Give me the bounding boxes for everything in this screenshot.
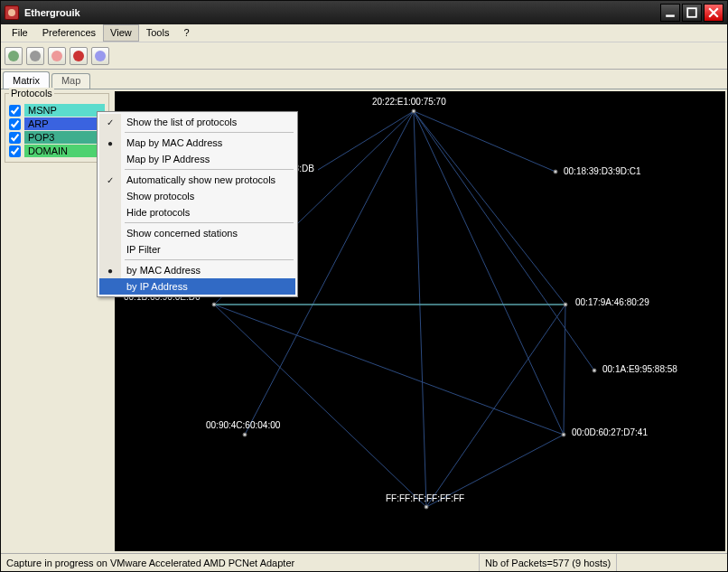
node-dot[interactable] (564, 303, 568, 307)
protocol-swatch-msnp[interactable]: MSNP (24, 104, 105, 117)
edge (564, 305, 565, 435)
menu-item-show-the-list-of-protocols[interactable]: ✓Show the list of protocols (99, 114, 295, 130)
menu-item-map-by-mac-address[interactable]: ●Map by MAC Address (99, 135, 295, 151)
menu-q[interactable]: ? (176, 24, 196, 42)
menubar: FilePreferencesViewTools? (1, 24, 727, 42)
edge (318, 111, 414, 170)
radio-icon: ● (105, 266, 116, 276)
menu-item-label: Show concerned stations (126, 228, 238, 239)
status-left: Capture in progress on VMware Accelerate… (1, 554, 480, 571)
menu-item-by-mac-address[interactable]: ●by MAC Address (99, 262, 295, 278)
node-dot[interactable] (554, 170, 558, 174)
protocol-checkbox-msnp[interactable] (9, 105, 21, 117)
toolbar-button-1[interactable] (5, 47, 23, 65)
menu-item-show-protocols[interactable]: Show protocols (99, 188, 295, 204)
node-dot[interactable] (243, 433, 247, 437)
content-area: MatrixMap Protocols MSNPARPPOP3DOMAIN 20… (1, 70, 727, 553)
view-menu-dropdown: ✓Show the list of protocols●Map by MAC A… (97, 111, 298, 297)
maximize-button[interactable] (682, 4, 702, 22)
menu-separator (125, 132, 294, 133)
minimize-button[interactable] (660, 4, 680, 22)
menu-separator (125, 169, 294, 170)
protocols-group: Protocols MSNPARPPOP3DOMAIN (5, 93, 109, 163)
protocol-row-arp: ARP (9, 117, 105, 130)
node-label: FF:FF:FF:FF:FF:FF (386, 493, 464, 503)
node-label: 00:0D:60:27:D7:41 (572, 427, 648, 437)
menu-item-by-ip-address[interactable]: by IP Address (99, 278, 295, 295)
menu-item-label: by MAC Address (126, 265, 201, 276)
node-dot[interactable] (593, 369, 597, 373)
protocol-checkbox-arp[interactable] (9, 118, 21, 130)
menu-item-hide-protocols[interactable]: Hide protocols (99, 204, 295, 220)
node-label: 00:18:39:D3:9D:C1 (564, 166, 641, 176)
menu-item-map-by-ip-address[interactable]: Map by IP Address (99, 151, 295, 167)
menu-item-label: Show protocols (126, 191, 194, 202)
protocols-label: Protocols (9, 88, 54, 98)
node-dot[interactable] (562, 433, 566, 437)
toolbar (1, 42, 727, 70)
menu-item-label: IP Filter (126, 244, 161, 255)
window-title: Ethergrouik (24, 7, 80, 18)
menu-item-ip-filter[interactable]: IP Filter (99, 241, 295, 258)
svg-rect-0 (666, 14, 675, 16)
node-dot[interactable] (212, 303, 217, 307)
menu-item-label: Map by MAC Address (126, 137, 222, 148)
close-button[interactable] (704, 4, 723, 22)
status-right: Nb of Packets=577 (9 hosts) (480, 554, 617, 571)
protocol-swatch-arp[interactable]: ARP (24, 117, 105, 130)
protocol-checkbox-domain[interactable] (9, 145, 21, 157)
node-dot[interactable] (412, 109, 416, 114)
titlebar: Ethergrouik (1, 1, 727, 24)
tabs: MatrixMap (1, 70, 727, 89)
menu-file[interactable]: File (5, 24, 35, 42)
node-label: 20:22:E1:00:75:70 (372, 97, 446, 107)
protocol-checkbox-pop3[interactable] (9, 132, 21, 144)
protocol-row-domain: DOMAIN (9, 145, 105, 157)
edge (214, 305, 564, 435)
app-window: Ethergrouik FilePreferencesViewTools? Ma… (0, 0, 728, 572)
menu-item-show-concerned-stations[interactable]: Show concerned stations (99, 225, 295, 241)
node-label: 00:90:4C:60:04:00 (206, 420, 280, 430)
protocol-row-pop3: POP3 (9, 131, 105, 144)
edge (414, 111, 426, 507)
protocol-swatch-pop3[interactable]: POP3 (24, 131, 105, 144)
menu-view[interactable]: View (103, 24, 139, 42)
radio-icon: ● (105, 138, 116, 148)
menu-item-label: Show the list of protocols (126, 117, 237, 127)
edge (426, 305, 565, 507)
menu-tools[interactable]: Tools (139, 24, 177, 42)
menu-item-label: Hide protocols (126, 207, 190, 218)
menu-item-label: Automatically show new protocols (126, 174, 275, 185)
menu-separator (125, 222, 294, 223)
menu-item-label: by IP Address (126, 281, 188, 292)
toolbar-button-2[interactable] (26, 47, 44, 65)
app-icon (5, 5, 19, 20)
statusbar: Capture in progress on VMware Accelerate… (1, 553, 727, 571)
menu-preferences[interactable]: Preferences (35, 24, 103, 42)
node-dot[interactable] (425, 505, 429, 510)
edge (214, 305, 426, 507)
check-icon: ✓ (105, 175, 116, 185)
toolbar-button-5[interactable] (91, 47, 109, 65)
check-icon: ✓ (105, 117, 116, 127)
toolbar-button-4[interactable] (70, 47, 88, 65)
protocol-row-msnp: MSNP (9, 104, 105, 117)
tab-map[interactable]: Map (51, 73, 90, 89)
menu-item-automatically-show-new-protocols[interactable]: ✓Automatically show new protocols (99, 172, 295, 188)
node-label: 00:17:9A:46:80:29 (575, 297, 649, 307)
protocol-swatch-domain[interactable]: DOMAIN (24, 145, 105, 157)
tab-matrix[interactable]: Matrix (3, 71, 50, 89)
menu-separator (125, 259, 294, 260)
node-label: 00:1A:E9:95:88:58 (602, 364, 677, 374)
toolbar-button-3[interactable] (48, 47, 66, 65)
menu-item-label: Map by IP Address (126, 154, 210, 164)
svg-rect-1 (687, 8, 696, 17)
